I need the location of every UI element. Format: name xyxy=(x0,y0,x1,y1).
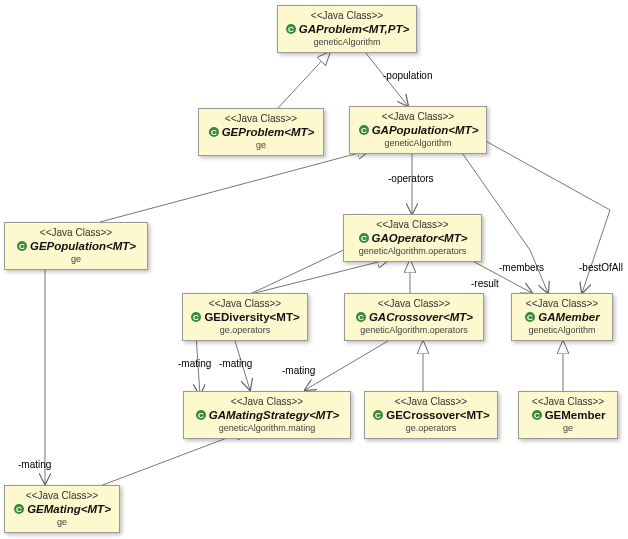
pkg: geneticAlgorithm xyxy=(520,325,604,336)
classname: GEDiversity<MT> xyxy=(204,310,299,325)
svg-text:C: C xyxy=(19,242,25,251)
lbl-bestofall: -bestOfAll xyxy=(579,262,623,273)
lbl-result: -result xyxy=(471,278,499,289)
classname: GEPopulation<MT> xyxy=(30,239,136,254)
classname: GAMatingStrategy<MT> xyxy=(209,408,339,423)
lbl-mating-c: -mating xyxy=(178,358,211,369)
class-gediversity[interactable]: <<Java Class>> C GEDiversity<MT> ge.oper… xyxy=(182,293,308,341)
assoc-mating2 xyxy=(305,341,388,390)
classname: GECrossover<MT> xyxy=(386,408,490,423)
classname: GAMember xyxy=(538,310,599,325)
pkg: geneticAlgorithm.mating xyxy=(192,423,342,434)
class-gapopulation[interactable]: <<Java Class>> C GAPopulation<MT> geneti… xyxy=(349,106,487,154)
class-icon: C xyxy=(358,124,370,136)
class-icon: C xyxy=(190,311,202,323)
classname: GAOperator<MT> xyxy=(372,231,468,246)
stereo: <<Java Class>> xyxy=(358,111,478,123)
class-icon: C xyxy=(208,126,220,138)
class-gemember[interactable]: <<Java Class>> C GEMember ge xyxy=(518,391,618,439)
gen-geproblem-gaproblem xyxy=(277,52,330,109)
class-icon: C xyxy=(372,409,384,421)
class-gepopulation[interactable]: <<Java Class>> C GEPopulation<MT> ge xyxy=(4,222,148,270)
svg-text:C: C xyxy=(198,411,204,420)
gen-gepopulation-gapopulation xyxy=(100,150,370,222)
stereo: <<Java Class>> xyxy=(352,219,473,231)
gen-gediversity-gaoperator xyxy=(255,259,390,293)
classname: GACrossover<MT> xyxy=(369,310,473,325)
class-icon: C xyxy=(358,232,370,244)
pkg: geneticAlgorithm xyxy=(286,37,408,48)
pkg: ge xyxy=(527,423,609,434)
svg-text:C: C xyxy=(527,313,533,322)
pkg: ge xyxy=(207,140,315,151)
class-icon: C xyxy=(531,409,543,421)
svg-text:C: C xyxy=(375,411,381,420)
lbl-mating-a: -mating xyxy=(219,358,252,369)
pkg: geneticAlgorithm xyxy=(358,138,478,149)
svg-text:C: C xyxy=(534,411,540,420)
class-icon: C xyxy=(355,311,367,323)
svg-text:C: C xyxy=(358,313,364,322)
svg-text:C: C xyxy=(288,25,294,34)
lbl-population: -population xyxy=(383,70,432,81)
pkg: ge.operators xyxy=(191,325,299,336)
class-icon: C xyxy=(195,409,207,421)
stereo: <<Java Class>> xyxy=(13,227,139,239)
class-icon: C xyxy=(13,503,25,515)
pkg: ge xyxy=(13,254,139,265)
class-gamatingstrategy[interactable]: <<Java Class>> C GAMatingStrategy<MT> ge… xyxy=(183,391,351,439)
stereo: <<Java Class>> xyxy=(13,490,111,502)
class-gemating[interactable]: <<Java Class>> C GEMating<MT> ge xyxy=(4,485,120,533)
class-icon: C xyxy=(285,23,297,35)
pkg: geneticAlgorithm.operators xyxy=(353,325,475,336)
classname: GAPopulation<MT> xyxy=(372,123,479,138)
lbl-operators: -operators xyxy=(388,173,434,184)
classname: GAProblem<MT,PT> xyxy=(299,22,409,37)
classname: GEProblem<MT> xyxy=(222,125,315,140)
svg-text:C: C xyxy=(211,128,217,137)
class-gecrossover[interactable]: <<Java Class>> C GECrossover<MT> ge.oper… xyxy=(364,391,498,439)
class-gaoperator[interactable]: <<Java Class>> C GAOperator<MT> geneticA… xyxy=(343,214,482,262)
stereo: <<Java Class>> xyxy=(191,298,299,310)
stereo: <<Java Class>> xyxy=(520,298,604,310)
classname: GEMember xyxy=(545,408,606,423)
svg-text:C: C xyxy=(361,234,367,243)
stereo: <<Java Class>> xyxy=(373,396,489,408)
svg-text:C: C xyxy=(194,313,200,322)
class-gacrossover[interactable]: <<Java Class>> C GACrossover<MT> genetic… xyxy=(344,293,484,341)
stereo: <<Java Class>> xyxy=(207,113,315,125)
stereo: <<Java Class>> xyxy=(527,396,609,408)
pkg: geneticAlgorithm.operators xyxy=(352,246,473,257)
lbl-mating-b: -mating xyxy=(282,365,315,376)
class-icon: C xyxy=(524,311,536,323)
stereo: <<Java Class>> xyxy=(192,396,342,408)
lbl-members: -members xyxy=(499,262,544,273)
stereo: <<Java Class>> xyxy=(353,298,475,310)
class-gamember[interactable]: <<Java Class>> C GAMember geneticAlgorit… xyxy=(511,293,613,341)
classname: GEMating<MT> xyxy=(27,502,111,517)
pkg: ge.operators xyxy=(373,423,489,434)
class-gaproblem[interactable]: <<Java Class>> C GAProblem<MT,PT> geneti… xyxy=(277,5,417,53)
svg-text:C: C xyxy=(16,505,22,514)
stereo: <<Java Class>> xyxy=(286,10,408,22)
class-geproblem[interactable]: <<Java Class>> C GEProblem<MT> ge xyxy=(198,108,324,156)
pkg: ge xyxy=(13,517,111,528)
svg-text:C: C xyxy=(361,126,367,135)
class-icon: C xyxy=(16,240,28,252)
lbl-mating-d: -mating xyxy=(18,459,51,470)
